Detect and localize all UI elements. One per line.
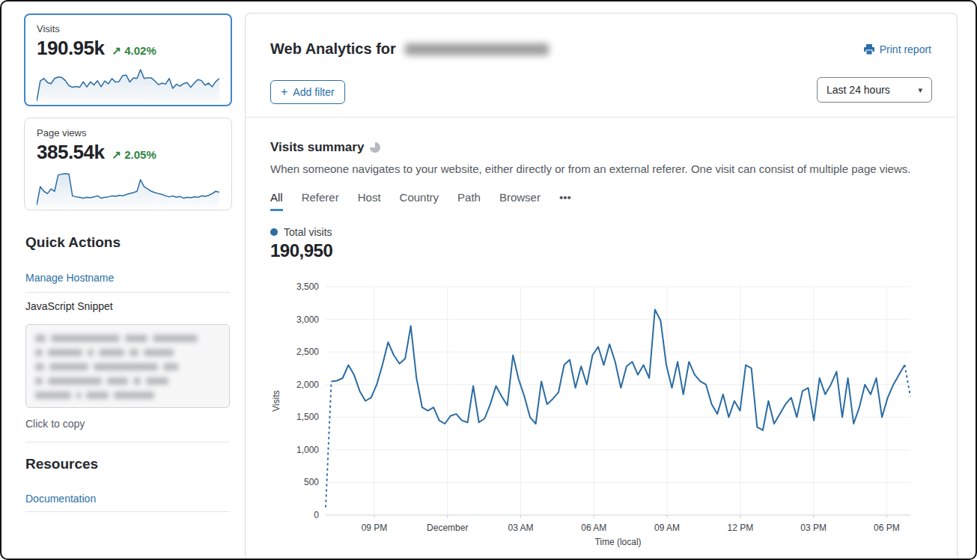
redacted-domain-name (405, 43, 549, 55)
plus-icon: + (281, 86, 287, 98)
page-views-card-label: Page views (37, 127, 219, 139)
summary-tabs: AllRefererHostCountryPathBrowser••• (270, 191, 571, 211)
svg-text:09 AM: 09 AM (654, 523, 680, 533)
time-range-dropdown[interactable]: Last 24 hours ▾ (817, 77, 932, 103)
svg-text:2,500: 2,500 (296, 347, 319, 357)
svg-text:3,500: 3,500 (296, 281, 319, 292)
visits-summary-description: When someone navigates to your website, … (270, 162, 929, 175)
up-arrow-icon: ↗ (112, 44, 121, 57)
pie-chart-icon (370, 142, 380, 153)
svg-text:06 PM: 06 PM (874, 523, 900, 533)
page-views-card-delta: ↗ 2.05% (112, 148, 156, 162)
documentation-link[interactable]: Documentation (25, 493, 96, 505)
divider (25, 511, 230, 512)
quick-actions-heading: Quick Actions (25, 234, 121, 251)
svg-text:Visits: Visits (271, 390, 281, 411)
divider (25, 292, 230, 293)
print-report-link[interactable]: Print report (863, 43, 931, 55)
visits-metric-card[interactable]: Visits 190.95k ↗ 4.02% (24, 13, 232, 106)
visits-card-label: Visits (37, 23, 219, 34)
javascript-snippet-code-box[interactable] (25, 324, 230, 408)
svg-text:06 AM: 06 AM (581, 523, 606, 533)
tab-country[interactable]: Country (400, 191, 439, 211)
add-filter-button[interactable]: + Add filter (270, 80, 345, 104)
svg-text:03 PM: 03 PM (800, 523, 827, 533)
svg-text:09 PM: 09 PM (362, 523, 388, 533)
chevron-down-icon: ▾ (918, 85, 922, 95)
legend-dot-icon (270, 228, 278, 236)
visits-summary-heading: Visits summary (270, 140, 380, 155)
javascript-snippet-label: JavaScript Snippet (25, 300, 113, 312)
divider (246, 117, 957, 118)
total-visits-value: 190,950 (270, 240, 332, 261)
chart-legend: Total visits (270, 226, 332, 238)
divider (25, 442, 230, 442)
visits-card-value: 190.95k (37, 37, 104, 60)
tab-all[interactable]: All (270, 191, 283, 211)
svg-text:3,000: 3,000 (296, 314, 319, 325)
page-views-sparkline-chart (37, 168, 219, 207)
legend-label: Total visits (284, 226, 332, 238)
redacted-snippet-text (35, 335, 220, 399)
page-title: Web Analytics for (270, 40, 549, 58)
svg-text:12 PM: 12 PM (728, 523, 754, 533)
svg-text:1,500: 1,500 (296, 412, 319, 422)
page-views-card-value: 385.54k (37, 141, 104, 164)
click-to-copy-hint: Click to copy (25, 418, 85, 430)
svg-text:1,000: 1,000 (296, 445, 319, 455)
main-panel: Web Analytics for Print report + Add fil… (245, 13, 958, 560)
tab-browser[interactable]: Browser (499, 191, 541, 211)
visits-card-delta: ↗ 4.02% (112, 44, 156, 58)
svg-text:03 AM: 03 AM (508, 523, 534, 533)
tab-referer[interactable]: Referer (302, 191, 339, 211)
up-arrow-icon: ↗ (112, 148, 121, 161)
tab-path[interactable]: Path (457, 191, 481, 211)
svg-text:500: 500 (304, 477, 319, 487)
manage-hostname-link[interactable]: Manage Hostname (25, 272, 114, 284)
svg-text:0: 0 (314, 510, 319, 520)
resources-heading: Resources (25, 456, 98, 472)
svg-text:December: December (427, 523, 468, 533)
visits-line-chart: 05001,0001,5002,0002,5003,0003,50009 PMD… (270, 277, 934, 559)
app-window: Visits 190.95k ↗ 4.02% Page views 385.54… (0, 0, 977, 560)
page-views-metric-card[interactable]: Page views 385.54k ↗ 2.05% (24, 118, 232, 210)
tab-host[interactable]: Host (358, 191, 381, 211)
tab-more[interactable]: ••• (559, 191, 571, 211)
svg-text:Time (local): Time (local) (594, 537, 641, 547)
printer-icon (863, 43, 875, 55)
svg-text:2,000: 2,000 (296, 380, 319, 390)
visits-sparkline-chart (37, 64, 219, 103)
